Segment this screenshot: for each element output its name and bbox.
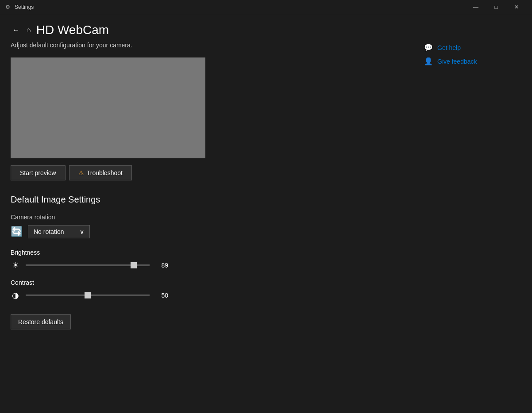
rotation-row: 🔄 No rotation ∨ (11, 225, 406, 238)
maximize-button[interactable]: □ (486, 0, 506, 14)
titlebar: ⚙ Settings — □ ✕ (0, 0, 532, 14)
page-header: ← ⌂ HD WebCam (0, 14, 532, 42)
contrast-slider-row: ◑ 50 (11, 291, 406, 300)
section-heading: Default Image Settings (11, 195, 406, 205)
troubleshoot-label: Troubleshoot (87, 169, 123, 176)
rotation-dropdown[interactable]: No rotation ∨ (28, 225, 90, 238)
get-help-icon: 💬 (424, 43, 433, 52)
minimize-button[interactable]: — (466, 0, 486, 14)
restore-defaults-label: Restore defaults (18, 318, 63, 325)
warning-icon: ⚠ (78, 169, 84, 176)
brightness-slider-row: ☀ 89 (11, 260, 406, 270)
camera-preview (11, 57, 205, 158)
titlebar-title: Settings (15, 4, 34, 10)
give-feedback-icon: 👤 (424, 57, 433, 65)
page-title: HD WebCam (36, 23, 109, 37)
brightness-label: Brightness (11, 249, 406, 256)
action-buttons: Start preview ⚠ Troubleshoot (11, 165, 406, 180)
brightness-section: Brightness ☀ 89 (11, 249, 406, 270)
troubleshoot-button[interactable]: ⚠ Troubleshoot (69, 165, 132, 180)
give-feedback-label: Give feedback (437, 58, 477, 65)
main-content: Adjust default configuration for your ca… (11, 42, 424, 413)
close-button[interactable]: ✕ (506, 0, 527, 14)
camera-rotation-icon: 🔄 (11, 226, 23, 237)
content-area: Adjust default configuration for your ca… (0, 42, 532, 413)
brightness-icon: ☀ (11, 260, 20, 270)
give-feedback-link[interactable]: 👤 Give feedback (424, 55, 521, 67)
rotation-selected-value: No rotation (34, 228, 64, 235)
sidebar: 💬 Get help 👤 Give feedback (424, 42, 521, 413)
page: ← ⌂ HD WebCam Adjust default configurati… (0, 14, 532, 413)
get-help-link[interactable]: 💬 Get help (424, 42, 521, 54)
home-icon[interactable]: ⌂ (27, 26, 31, 34)
window-controls: — □ ✕ (466, 0, 527, 14)
chevron-down-icon: ∨ (80, 228, 84, 235)
restore-defaults-button[interactable]: Restore defaults (11, 314, 71, 329)
contrast-slider[interactable] (26, 294, 150, 296)
contrast-icon: ◑ (11, 291, 20, 300)
get-help-label: Get help (437, 44, 461, 51)
rotation-label: Camera rotation (11, 214, 406, 221)
brightness-slider[interactable] (26, 264, 150, 266)
contrast-label: Contrast (11, 279, 406, 286)
brightness-value: 89 (155, 262, 168, 269)
contrast-section: Contrast ◑ 50 (11, 279, 406, 300)
page-subtitle: Adjust default configuration for your ca… (11, 42, 406, 49)
contrast-value: 50 (155, 292, 168, 299)
start-preview-label: Start preview (20, 169, 56, 176)
app-icon: ⚙ (5, 4, 10, 10)
back-button[interactable]: ← (11, 24, 21, 36)
start-preview-button[interactable]: Start preview (11, 165, 66, 180)
